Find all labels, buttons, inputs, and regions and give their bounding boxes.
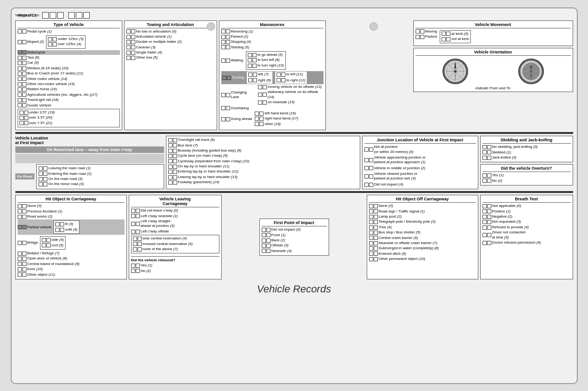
cb[interactable] (364, 147, 369, 152)
cb[interactable] (262, 244, 266, 248)
cb[interactable] (126, 56, 131, 60)
cb[interactable] (138, 237, 142, 241)
cb[interactable] (168, 165, 172, 169)
cb[interactable] (131, 264, 135, 268)
cb[interactable] (369, 209, 373, 213)
cb[interactable] (136, 214, 140, 218)
cb[interactable] (133, 242, 137, 246)
cb[interactable] (18, 267, 22, 272)
cb[interactable] (482, 150, 487, 154)
cb[interactable] (53, 42, 57, 46)
cb[interactable] (133, 247, 137, 252)
cb[interactable] (227, 76, 231, 80)
cb[interactable] (22, 56, 26, 60)
cb[interactable] (258, 85, 262, 89)
cb[interactable] (18, 66, 22, 71)
cb[interactable] (18, 50, 22, 54)
cb[interactable] (442, 37, 446, 41)
ref-box-6[interactable] (83, 12, 90, 19)
cb[interactable] (39, 166, 43, 171)
cb[interactable] (252, 58, 257, 62)
cb[interactable] (173, 180, 177, 185)
cb[interactable] (277, 73, 281, 77)
cb[interactable] (173, 154, 177, 158)
cb[interactable] (487, 156, 491, 160)
cb[interactable] (131, 29, 135, 33)
cb[interactable] (18, 225, 22, 229)
cb[interactable] (48, 37, 52, 41)
cb[interactable] (22, 66, 26, 71)
cb[interactable] (266, 249, 271, 253)
ref-box-5[interactable] (76, 12, 82, 19)
cb[interactable] (42, 243, 46, 247)
cb[interactable] (259, 122, 264, 126)
cb[interactable] (48, 42, 52, 46)
cb[interactable] (22, 257, 26, 261)
cb[interactable] (39, 177, 43, 181)
ref-box-2[interactable] (50, 12, 56, 19)
cb[interactable] (20, 121, 24, 125)
cb[interactable] (369, 231, 373, 235)
cb[interactable] (487, 225, 491, 230)
cb[interactable] (266, 239, 271, 243)
cb[interactable] (221, 29, 225, 33)
cb[interactable] (374, 241, 378, 245)
cb[interactable] (173, 138, 177, 142)
cb[interactable] (136, 264, 140, 268)
cb[interactable] (22, 50, 26, 54)
cb[interactable] (221, 93, 225, 97)
cb[interactable] (482, 225, 487, 230)
cb[interactable] (487, 145, 491, 149)
cb[interactable] (266, 233, 271, 237)
cb[interactable] (252, 53, 257, 57)
cb[interactable] (487, 179, 491, 183)
cb[interactable] (20, 111, 24, 115)
cb[interactable] (173, 143, 177, 147)
cb[interactable] (60, 228, 64, 232)
cb[interactable] (221, 45, 225, 49)
cb[interactable] (43, 172, 47, 176)
cb[interactable] (43, 166, 47, 171)
cb[interactable] (22, 215, 26, 219)
cb[interactable] (18, 87, 22, 92)
cb[interactable] (18, 103, 22, 107)
cb[interactable] (221, 106, 225, 110)
cb[interactable] (369, 174, 373, 179)
cb[interactable] (226, 35, 230, 39)
cb[interactable] (416, 29, 420, 33)
cb[interactable] (487, 241, 491, 245)
cb[interactable] (22, 272, 26, 277)
cb[interactable] (416, 35, 420, 39)
cb[interactable] (221, 59, 225, 63)
cb[interactable] (226, 40, 230, 44)
cb[interactable] (18, 40, 22, 44)
cb[interactable] (487, 173, 491, 178)
cb[interactable] (255, 112, 259, 116)
cb[interactable] (22, 61, 26, 65)
cb[interactable] (369, 147, 373, 152)
cb[interactable] (374, 231, 378, 235)
cb[interactable] (487, 215, 491, 219)
cb[interactable] (226, 45, 230, 49)
cb[interactable] (18, 272, 22, 277)
cb[interactable] (369, 166, 373, 170)
cb[interactable] (253, 78, 257, 82)
cb[interactable] (248, 58, 252, 62)
cb[interactable] (18, 262, 22, 266)
cb[interactable] (263, 100, 267, 105)
cb[interactable] (168, 149, 172, 153)
cb[interactable] (20, 116, 24, 120)
cb[interactable] (22, 225, 26, 229)
cb[interactable] (222, 76, 226, 80)
cb[interactable] (53, 37, 57, 41)
cb[interactable] (259, 112, 264, 116)
cb[interactable] (248, 73, 252, 77)
cb[interactable] (22, 252, 26, 256)
cb[interactable] (266, 244, 271, 248)
cb[interactable] (136, 230, 140, 234)
cb[interactable] (46, 243, 51, 247)
cb[interactable] (131, 35, 135, 39)
cb[interactable] (168, 180, 172, 185)
cb[interactable] (22, 72, 26, 76)
cb[interactable] (136, 269, 140, 273)
